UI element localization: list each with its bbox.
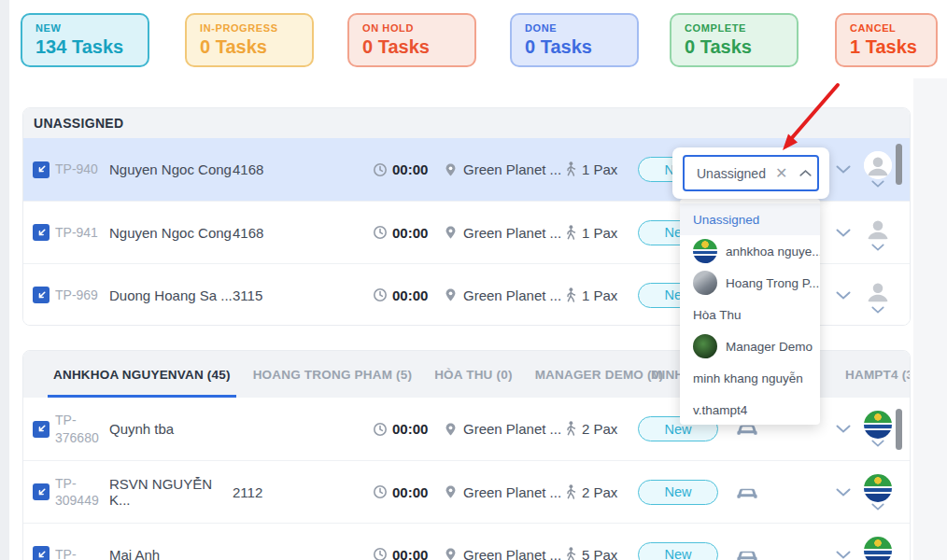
task-pax: 1 Pax: [582, 287, 617, 303]
card-count: 1 Tasks: [850, 36, 936, 58]
row-checkbox[interactable]: [33, 546, 49, 560]
map-pin-icon: [444, 484, 458, 499]
dropdown-option-hoa-thu[interactable]: Hòa Thu: [680, 299, 820, 330]
table-row[interactable]: TP- Mai Anh 00:00 Green Planet ... 5 Pax…: [23, 523, 910, 560]
table-row[interactable]: TP-309449 RSVN NGUYỄN K... 2112 00:00 Gr…: [23, 460, 910, 523]
task-code: 4168: [233, 225, 373, 241]
row-checkbox[interactable]: [33, 161, 49, 178]
panel-scrollbar-thumb[interactable]: [896, 144, 902, 185]
assignee-avatar-group[interactable]: [862, 151, 894, 188]
task-name: Nguyen Ngoc Cong: [109, 225, 233, 241]
chevron-down-icon[interactable]: [871, 440, 884, 447]
checked-checkbox-icon: [35, 163, 48, 175]
card-label: CANCEL: [850, 22, 936, 34]
task-dispatch-page: NEW 134 Tasks IN-PROGRESS 0 Tasks ON HOL…: [0, 0, 947, 560]
card-in-progress[interactable]: IN-PROGRESS 0 Tasks: [185, 13, 314, 67]
dropdown-option-unassigned[interactable]: Unassigned: [680, 203, 820, 235]
chevron-down-icon[interactable]: [836, 551, 851, 559]
task-time: 00:00: [392, 421, 428, 437]
dropdown-option-manager-demo[interactable]: Manager Demo: [680, 330, 820, 362]
walking-person-icon: [565, 421, 576, 437]
card-count: 0 Tasks: [685, 36, 797, 58]
card-done[interactable]: DONE 0 Tasks: [510, 13, 639, 67]
task-pax: 5 Pax: [582, 547, 617, 560]
tab-hoa-thu[interactable]: HÒA THU (0): [434, 351, 512, 398]
flag-avatar: [864, 537, 892, 560]
dropdown-option-vthampt4[interactable]: v.thampt4: [680, 394, 820, 425]
task-location: Green Planet ...: [463, 484, 561, 500]
task-code: 3115: [233, 287, 373, 303]
clock-icon: [373, 287, 388, 302]
task-id: TP-940: [55, 161, 109, 177]
tab-manager-demo[interactable]: MANAGER DEMO (0): [535, 351, 663, 398]
card-count: 0 Tasks: [525, 36, 637, 58]
assignee-select-popup: Unassigned ✕: [672, 147, 829, 199]
tab-hoang-trong-pham[interactable]: HOANG TRONG PHAM (5): [253, 351, 413, 398]
assignee-avatar-group[interactable]: [862, 474, 894, 511]
chevron-down-icon[interactable]: [836, 229, 851, 237]
assignee-avatar-group[interactable]: [862, 215, 894, 251]
map-pin-icon: [444, 547, 458, 560]
walking-person-icon: [565, 287, 576, 303]
dropdown-option-hoang-trong[interactable]: Hoang Trong P...: [680, 267, 820, 299]
walking-person-icon: [565, 484, 576, 500]
map-pin-icon: [444, 287, 458, 302]
chevron-down-icon[interactable]: [871, 306, 884, 314]
clear-x-icon[interactable]: ✕: [775, 166, 787, 181]
chevron-down-icon[interactable]: [836, 165, 851, 174]
panel-scrollbar-thumb[interactable]: [896, 409, 902, 450]
car-icon: [735, 547, 759, 560]
task-location: Green Planet ...: [463, 547, 561, 560]
map-pin-icon: [444, 422, 458, 437]
chevron-down-icon[interactable]: [836, 291, 851, 300]
status-badge[interactable]: New: [638, 480, 718, 505]
dropdown-option-minh-khang[interactable]: minh khang nguyễn: [680, 362, 820, 394]
tab-anhkhoa-nguyenvan[interactable]: ANHKHOA NGUYENVAN (45): [53, 351, 231, 398]
tab-vthampt4[interactable]: HAMPT4 (39): [845, 351, 911, 398]
checked-checkbox-icon: [35, 486, 48, 498]
chevron-down-icon[interactable]: [836, 488, 851, 497]
chevron-up-icon[interactable]: [799, 169, 812, 177]
assignee-avatar-group[interactable]: [862, 537, 894, 560]
clock-icon: [373, 225, 388, 240]
page-left-gutter: [0, 0, 9, 560]
task-id: TP-309449: [55, 475, 109, 509]
task-location: Green Planet ...: [463, 287, 561, 303]
task-time: 00:00: [392, 287, 428, 303]
flag-avatar: [693, 239, 717, 263]
row-checkbox[interactable]: [33, 224, 49, 241]
card-on-hold[interactable]: ON HOLD 0 Tasks: [347, 13, 476, 67]
chevron-down-icon[interactable]: [871, 503, 884, 511]
task-pax: 2 Pax: [582, 421, 617, 437]
task-location: Green Planet ...: [463, 161, 561, 177]
status-summary-cards: NEW 134 Tasks IN-PROGRESS 0 Tasks ON HOL…: [0, 13, 947, 69]
chevron-down-icon[interactable]: [871, 244, 884, 251]
task-name: Duong Hoang Sa ...: [109, 287, 233, 303]
status-badge[interactable]: New: [638, 542, 718, 560]
person-placeholder-avatar: [864, 151, 892, 179]
card-count: 134 Tasks: [35, 36, 148, 58]
assignee-avatar-group[interactable]: [862, 277, 894, 314]
row-checkbox[interactable]: [33, 287, 49, 303]
card-label: ON HOLD: [362, 22, 474, 34]
assignee-select[interactable]: Unassigned ✕: [683, 155, 819, 191]
person-placeholder-avatar: [864, 277, 892, 305]
task-id: TP-: [55, 546, 109, 560]
walking-person-icon: [565, 547, 576, 560]
task-name: Mai Anh: [109, 547, 233, 560]
chevron-down-icon[interactable]: [871, 180, 884, 188]
assignee-avatar-group[interactable]: [862, 411, 894, 447]
card-complete[interactable]: COMPLETE 0 Tasks: [670, 13, 799, 67]
chevron-down-icon[interactable]: [836, 425, 851, 433]
card-cancel[interactable]: CANCEL 1 Tasks: [835, 13, 938, 67]
dropdown-option-anhkhoa[interactable]: anhkhoa nguye...: [680, 235, 820, 267]
task-pax: 1 Pax: [582, 225, 617, 241]
row-checkbox[interactable]: [33, 421, 49, 438]
row-checkbox[interactable]: [33, 483, 49, 500]
card-new[interactable]: NEW 134 Tasks: [21, 13, 149, 67]
task-time: 00:00: [392, 484, 428, 500]
task-location: Green Planet ...: [463, 421, 561, 437]
clock-icon: [373, 162, 388, 177]
task-time: 00:00: [392, 225, 428, 241]
task-name: Nguyen Ngoc Cong: [109, 161, 233, 177]
